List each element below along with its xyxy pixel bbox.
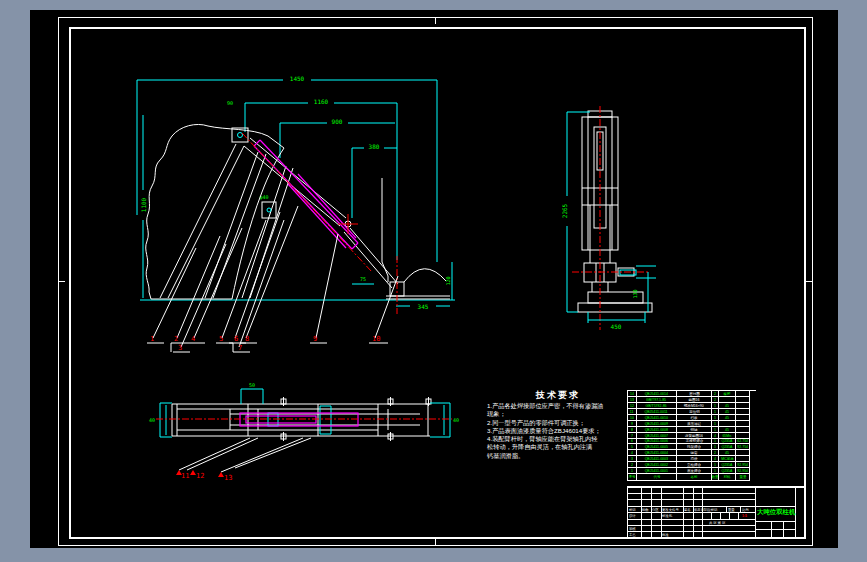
tb-scale-label: 比例 — [742, 508, 749, 511]
item-label-3: 3 — [178, 344, 182, 352]
tb-check-label: 审核 — [629, 527, 636, 530]
bom-cell: 代号 — [637, 474, 677, 480]
item-label-12: 12 — [196, 472, 204, 480]
dim-base-345: 345 — [418, 303, 429, 310]
front-view: 1450 1160 900 380 90 1100 φ40 345 75 120 — [137, 73, 455, 352]
tech-req-line: 4.装配臂杆时，臂轴应能在臂架轴孔内轻 — [487, 435, 629, 443]
dim-top-50: 50 — [249, 382, 255, 388]
tech-req-line: 松转动，升降自由灵活，在轴孔内注满 — [487, 443, 629, 451]
bom-cell: 名称 — [677, 474, 712, 480]
tb-design-label: 设计 — [629, 514, 636, 517]
top-view-structure — [172, 397, 431, 472]
hydraulic-cylinder — [254, 140, 358, 249]
tb-docno-label: 更改文件号 — [662, 508, 679, 511]
dim-overall-width: 1450 — [290, 75, 305, 82]
tb-sign-label: 签名 — [684, 508, 691, 511]
front-view-structure — [146, 124, 450, 299]
bom-cell: 序号 — [628, 474, 637, 480]
dim-right-40: 40 — [453, 417, 459, 423]
tb-process-label: 工艺 — [629, 533, 636, 536]
tb-approve-label: 批准 — [662, 533, 669, 536]
cad-viewer-screen: 1450 1160 900 380 90 1100 φ40 345 75 120 — [0, 0, 867, 562]
tech-req-title: 技术要求 — [487, 389, 629, 402]
tb-zone-label: 分区 — [652, 508, 659, 511]
tb-scale-value: 1:5 — [742, 514, 747, 517]
item-label-2: 2 — [174, 335, 178, 343]
technical-requirements: 技术要求 1.产品各处焊接部位应严密，不得有渗漏油 现象； 2.同一型号产品的零… — [487, 389, 629, 460]
dim-left-40: 40 — [149, 417, 155, 423]
bom-cell: 材料 — [719, 474, 736, 480]
tb-mark-label: 标记 — [629, 508, 636, 511]
tb-count-label: 处数 — [642, 508, 649, 511]
side-view-dimensions: 2265 450 130 — [560, 112, 656, 330]
item-label-1: 1 — [150, 335, 154, 343]
item-label-9: 9 — [313, 335, 317, 343]
tech-req-line: 钙基润滑脂。 — [487, 452, 629, 460]
bom-table: 14QBJ5411-0014密封圈2橡胶13GB/T97.1-85垫圈16212… — [627, 390, 756, 481]
tb-standard-label: 标准化 — [662, 514, 672, 517]
item-label-6: 6 — [234, 335, 238, 343]
tech-req-line: 2.同一型号产品的零部件可调正换； — [487, 419, 629, 427]
dim-width-4: 380 — [369, 143, 380, 150]
item-label-5: 5 — [219, 335, 223, 343]
dim-width-2: 1160 — [314, 98, 329, 105]
tb-stage-label: 阶段标记 — [704, 508, 717, 511]
front-view-dimensions: 1450 1160 900 380 90 1100 φ40 345 75 120 — [137, 73, 455, 310]
tech-req-line: 3.产品表面油漆质量符合ZBJ46014要求； — [487, 427, 629, 435]
dim-width-3: 900 — [332, 118, 343, 125]
dim-column-height: 2265 — [561, 203, 568, 218]
item-label-4: 4 — [191, 335, 195, 343]
tb-product-name: 大吨位双柱机 — [757, 509, 795, 515]
item-label-10: 10 — [372, 335, 380, 343]
top-view-endcaps — [160, 403, 450, 437]
item-label-11: 11 — [181, 472, 189, 480]
top-view-item-labels: 11 12 13 — [176, 470, 232, 482]
title-block: 标记 处数 分区 更改文件号 签名 年月日 设计 标准化 审核 工艺 批准 阶段… — [627, 487, 805, 538]
dim-base-width: 450 — [611, 323, 622, 330]
dim-height-left: 1100 — [140, 197, 147, 212]
dim-75: 75 — [360, 276, 366, 282]
front-view-centerlines — [242, 133, 397, 314]
tech-req-line: 现象； — [487, 410, 629, 418]
dim-pin-height: 130 — [632, 289, 638, 298]
bom-header-row: 序号代号名称数量材料重量 — [628, 474, 756, 480]
bom-cell: 重量 — [736, 474, 750, 480]
top-view-dimensions: 50 40 40 — [149, 382, 459, 423]
item-label-8: 8 — [245, 335, 249, 343]
side-view-centerlines — [572, 106, 650, 330]
item-label-13: 13 — [224, 474, 232, 482]
bom-cell: 数量 — [712, 474, 719, 480]
tb-sheet-label: 共 张 第 张 — [709, 521, 725, 524]
tech-req-line: 1.产品各处焊接部位应严密，不得有渗漏油 — [487, 402, 629, 410]
dim-small-90: 90 — [227, 100, 233, 106]
tb-date-label: 年月日 — [694, 508, 704, 511]
item-label-7: 7 — [238, 344, 242, 352]
side-view-structure — [578, 111, 652, 312]
side-view: 2265 450 130 — [560, 106, 656, 330]
tb-weight-label: 重量 — [728, 508, 735, 511]
top-view: 50 40 40 11 12 13 — [149, 382, 459, 482]
